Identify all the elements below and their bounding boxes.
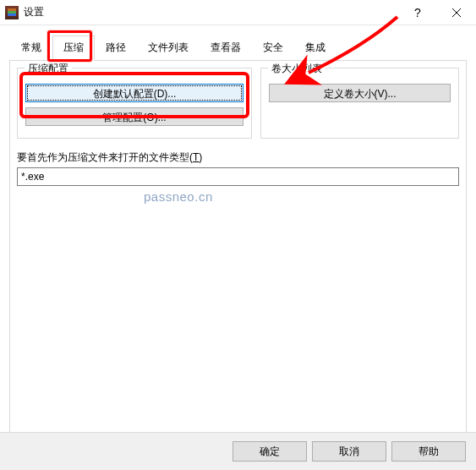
help-dialog-button[interactable]: 帮助 xyxy=(391,441,466,462)
tab-viewer[interactable]: 查看器 xyxy=(200,36,252,60)
filetype-label: 要首先作为压缩文件来打开的文件类型(T) xyxy=(17,150,459,165)
ok-button[interactable]: 确定 xyxy=(233,441,307,462)
create-default-config-button[interactable]: 创建默认配置(D)... xyxy=(25,84,243,102)
filetype-input[interactable] xyxy=(17,167,459,186)
group-compress-config: 压缩配置 创建默认配置(D)... 管理配置(O)... xyxy=(17,68,252,139)
cancel-button[interactable]: 取消 xyxy=(312,441,386,462)
manage-config-button[interactable]: 管理配置(O)... xyxy=(25,107,243,126)
tab-path[interactable]: 路径 xyxy=(95,36,137,60)
tab-page-compress: 压缩配置 创建默认配置(D)... 管理配置(O)... 卷大小列表 定义卷大小… xyxy=(9,60,467,434)
group-compress-title: 压缩配置 xyxy=(25,62,72,76)
tab-filelist[interactable]: 文件列表 xyxy=(137,36,200,60)
close-button[interactable] xyxy=(437,0,476,25)
tabs: 常规 压缩 路径 文件列表 查看器 安全 集成 xyxy=(0,36,476,60)
help-button[interactable]: ? xyxy=(398,0,437,25)
tab-general[interactable]: 常规 xyxy=(10,36,52,60)
winrar-icon xyxy=(5,6,19,19)
dialog-button-bar: 确定 取消 帮助 xyxy=(0,432,476,470)
tab-compress[interactable]: 压缩 xyxy=(52,36,95,61)
watermark-text: passneo.cn xyxy=(144,189,213,204)
group-volume-title: 卷大小列表 xyxy=(268,62,326,76)
tab-security[interactable]: 安全 xyxy=(252,36,294,60)
title-bar: 设置 ? xyxy=(0,0,476,25)
window-title: 设置 xyxy=(24,5,44,19)
close-icon xyxy=(452,8,461,17)
define-volume-button[interactable]: 定义卷大小(V)... xyxy=(269,84,451,102)
tab-integrate[interactable]: 集成 xyxy=(294,36,336,60)
group-volume-list: 卷大小列表 定义卷大小(V)... xyxy=(260,68,459,139)
